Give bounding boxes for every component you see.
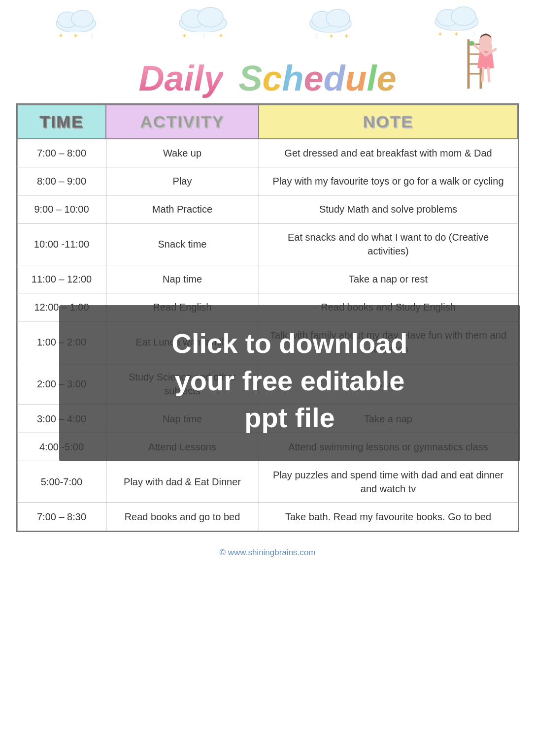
cell-activity-4: Nap time — [106, 265, 259, 293]
cell-time-5: 12:00 – 1:00 — [17, 293, 106, 321]
cell-time-11: 7:00 – 8:30 — [17, 503, 106, 531]
cell-time-2: 9:00 – 10:00 — [17, 195, 106, 223]
cell-note-7: Study — [259, 363, 518, 405]
schedule-table-container: TIME ACTIVITY NOTE 7:00 – 8:00Wake upGet… — [16, 103, 519, 532]
cell-activity-11: Read books and go to bed — [106, 503, 259, 531]
column-header-time: TIME — [17, 105, 106, 139]
cell-activity-5: Read English — [106, 293, 259, 321]
column-header-activity: ACTIVITY — [106, 105, 259, 139]
cell-time-10: 5:00-7:00 — [17, 461, 106, 503]
cell-time-0: 7:00 – 8:00 — [17, 139, 106, 167]
cell-note-2: Study Math and solve problems — [259, 195, 518, 223]
svg-point-5 — [198, 7, 223, 27]
cell-activity-2: Math Practice — [106, 195, 259, 223]
cell-time-6: 1:00 – 2:00 — [17, 321, 106, 363]
cell-note-4: Take a nap or rest — [259, 265, 518, 293]
table-row: 3:00 – 4:00Nap timeTake a nap — [17, 405, 518, 433]
page-footer: © www.shiningbrains.com — [0, 542, 535, 567]
table-row: 12:00 – 1:00Read EnglishRead books and S… — [17, 293, 518, 321]
cell-activity-9: Attend Lessons — [106, 433, 259, 461]
clouds-decoration: ✦ ✦ ☽ ✦ ☽ ✦ — [0, 0, 535, 54]
table-row: 9:00 – 10:00Math PracticeStudy Math and … — [17, 195, 518, 223]
cloud-1: ✦ ✦ ☽ — [54, 5, 98, 39]
table-row: 1:00 – 2:00Eat Lunch with familyTalk wit… — [17, 321, 518, 363]
svg-line-22 — [488, 68, 489, 81]
cell-note-3: Eat snacks and do what I want to do (Cre… — [259, 223, 518, 265]
cell-note-0: Get dressed and eat breakfast with mom &… — [259, 139, 518, 167]
cell-time-7: 2:00 – 3:00 — [17, 363, 106, 405]
column-header-note: NOTE — [259, 105, 518, 139]
table-row: 7:00 – 8:00Wake upGet dressed and eat br… — [17, 139, 518, 167]
table-row: 4:00 -5:00Attend LessonsAttend swimming … — [17, 433, 518, 461]
copyright-text: © www.shiningbrains.com — [220, 548, 316, 557]
cell-activity-7: Study Science and other subjects — [106, 363, 259, 405]
cell-activity-10: Play with dad & Eat Dinner — [106, 461, 259, 503]
cell-note-10: Play puzzles and spend time with dad and… — [259, 461, 518, 503]
svg-line-21 — [482, 68, 483, 81]
table-row: 7:00 – 8:30Read books and go to bedTake … — [17, 503, 518, 531]
table-row: 2:00 – 3:00Study Science and other subje… — [17, 363, 518, 405]
table-row: 10:00 -11:00Snack timeEat snacks and do … — [17, 223, 518, 265]
cell-time-9: 4:00 -5:00 — [17, 433, 106, 461]
cell-time-4: 11:00 – 12:00 — [17, 265, 106, 293]
page-header: ✦ ✦ ☽ ✦ ☽ ✦ — [0, 0, 535, 103]
cell-time-1: 8:00 – 9:00 — [17, 167, 106, 195]
cloud-3: ☽ ✦ ✦ — [307, 4, 354, 40]
table-row: 5:00-7:00Play with dad & Eat DinnerPlay … — [17, 461, 518, 503]
cell-activity-6: Eat Lunch with family — [106, 321, 259, 363]
schedule-table: TIME ACTIVITY NOTE 7:00 – 8:00Wake upGet… — [17, 104, 518, 531]
svg-point-8 — [326, 9, 350, 27]
cell-time-3: 10:00 -11:00 — [17, 223, 106, 265]
svg-point-2 — [71, 10, 93, 27]
cell-time-8: 3:00 – 4:00 — [17, 405, 106, 433]
cell-note-9: Attend swimming lessons or gymnastics cl… — [259, 433, 518, 461]
page-title: Daily Schedule — [138, 58, 396, 98]
cell-note-5: Read books and Study English — [259, 293, 518, 321]
cell-activity-1: Play — [106, 167, 259, 195]
cell-note-1: Play with my favourite toys or go for a … — [259, 167, 518, 195]
cloud-2: ✦ ☽ ✦ — [176, 2, 230, 39]
cell-activity-0: Wake up — [106, 139, 259, 167]
svg-point-24 — [468, 41, 474, 46]
cell-note-11: Take bath. Read my favourite books. Go t… — [259, 503, 518, 531]
cell-activity-8: Nap time — [106, 405, 259, 433]
cell-note-8: Take a nap — [259, 405, 518, 433]
table-row: 11:00 – 12:00Nap timeTake a nap or rest — [17, 265, 518, 293]
cell-note-6: Talk with family about my day. Have fun … — [259, 321, 518, 363]
girl-illustration — [459, 10, 503, 89]
cell-activity-3: Snack time — [106, 223, 259, 265]
table-row: 8:00 – 9:00PlayPlay with my favourite to… — [17, 167, 518, 195]
table-header-row: TIME ACTIVITY NOTE — [17, 105, 518, 139]
